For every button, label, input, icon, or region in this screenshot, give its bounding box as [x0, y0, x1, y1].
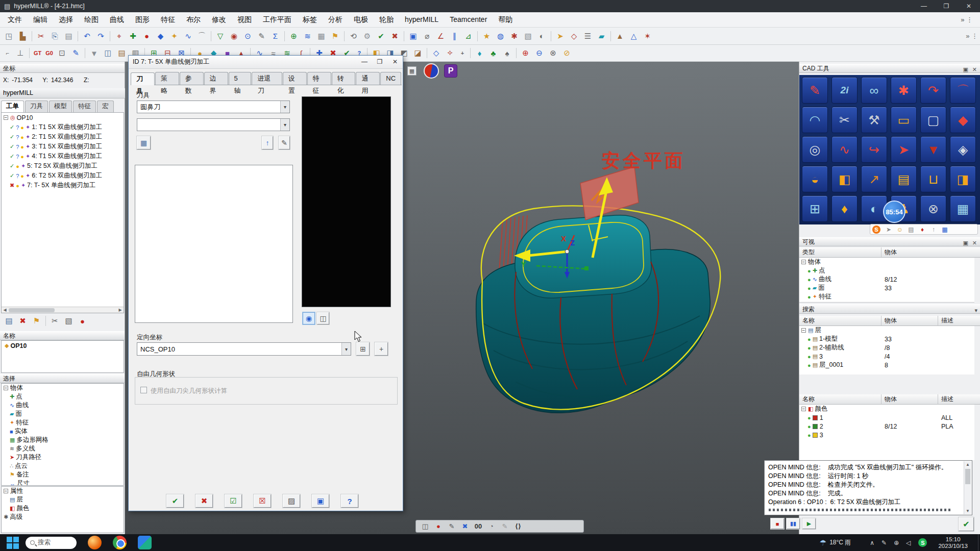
job-item[interactable]: ✓?●✦3: T1 5X 双曲线侧刃加工 [2, 142, 124, 152]
toolbar-icon[interactable]: ⚑ [329, 30, 341, 42]
dialog-titlebar[interactable]: ID 7: T- 5X 单曲线侧刃加工 — ❐ ✕ [129, 56, 403, 69]
tray-icon[interactable]: ⊕ [894, 539, 899, 546]
recorder-icon[interactable]: ➤ [884, 225, 893, 234]
tool-select-combo[interactable] [137, 118, 290, 131]
toolbar-icon[interactable]: ▼ [88, 47, 101, 60]
menu-item[interactable]: 帮助 [493, 12, 518, 27]
dialog-maximize-button[interactable]: ❐ [372, 56, 387, 67]
toolbar-icon[interactable]: ▦ [315, 30, 328, 42]
column-header[interactable]: 描述 [938, 394, 980, 405]
dialog-tab-刀具[interactable]: 刀具 [131, 72, 155, 85]
tab-模型[interactable]: 模型 [49, 101, 72, 112]
toolbar-icon[interactable]: ➤ [554, 30, 567, 42]
toolbar-icon[interactable]: ☰ [581, 30, 594, 42]
toolbar-icon[interactable]: ⊥ [14, 47, 27, 60]
toolbar-icon[interactable]: ▽ [214, 30, 227, 42]
p-badge-icon[interactable]: P [444, 64, 457, 78]
layers-root[interactable]: −▤层 [799, 326, 974, 335]
close-button[interactable]: ✕ [958, 0, 980, 12]
pause-button[interactable]: ▮▮ [787, 518, 800, 529]
tray-icon[interactable]: ✎ [881, 539, 887, 546]
recorder-icon[interactable]: ☺ [895, 225, 904, 234]
toolbar-icon[interactable]: ◍ [494, 30, 507, 42]
viewport-toolbar-icon[interactable]: ✎ [446, 521, 458, 532]
openmind-logo-icon[interactable] [424, 63, 439, 79]
viewport-toolbar-icon[interactable]: ⟨⟩ [512, 521, 524, 532]
orientation-new-button[interactable]: + [375, 342, 388, 356]
layer-item[interactable]: ●▤2-辅助线/8 [799, 343, 974, 352]
menu-item[interactable]: 布尔 [181, 12, 206, 27]
menu-item[interactable]: 分析 [323, 12, 348, 27]
dialog-tab-特征[interactable]: 特征 [307, 72, 331, 85]
menu-item[interactable]: 标签 [297, 12, 323, 27]
tool-database-button[interactable]: ▦ [137, 136, 151, 149]
clock[interactable]: 15:10 2023/10/13 [938, 536, 968, 549]
visible-item[interactable]: ●✦特征 [799, 292, 974, 301]
colors-root[interactable]: −◧颜色 [799, 405, 974, 413]
toolbar-icon[interactable]: ● [140, 30, 153, 42]
mini-toolbar-icon[interactable]: ▧ [62, 315, 75, 328]
dialog-minimize-button[interactable]: — [357, 56, 372, 67]
confirm-button[interactable]: ✔ [959, 517, 974, 531]
select-item[interactable]: ∿曲线 [2, 401, 124, 410]
toolbar-icon[interactable]: ◐ [535, 30, 548, 42]
panel-close-icon[interactable]: ✕ [972, 65, 977, 73]
scroll-thumb[interactable] [965, 469, 970, 484]
cad-tool-icon[interactable]: 2i [831, 77, 857, 104]
start-button[interactable] [5, 535, 20, 550]
select-item[interactable]: ✚点 [2, 392, 124, 401]
cad-tool-icon[interactable]: ⊗ [920, 195, 946, 222]
toolbar-icon[interactable]: ∥ [448, 30, 461, 42]
select-item[interactable]: ↔尺寸 [2, 479, 124, 486]
cad-tool-icon[interactable]: ◠ [802, 107, 828, 133]
menu-item[interactable]: 视图 [232, 12, 257, 27]
column-header[interactable]: 类型 [799, 247, 881, 258]
scroll-right-icon[interactable]: ▶ [117, 307, 124, 313]
scroll-left-icon[interactable]: ◀ [2, 307, 8, 313]
expander-icon[interactable]: − [801, 328, 806, 333]
cad-tool-icon[interactable]: ◈ [950, 136, 976, 163]
panel-close-icon[interactable]: ✕ [972, 239, 977, 247]
dialog-tab-参数[interactable]: 参数 [180, 72, 204, 85]
scroll-thumb[interactable] [9, 308, 55, 312]
recorder-icon[interactable]: ▤ [906, 225, 916, 234]
viewport-toolbar-icon[interactable]: ◫ [419, 521, 431, 532]
menu-item[interactable]: 电极 [348, 12, 374, 27]
cad-tool-icon[interactable]: ▼ [920, 136, 946, 163]
job-item[interactable]: ✖●✦7: T- 5X 单曲线侧刃加工 [2, 181, 124, 190]
toolbar-icon[interactable]: ⌒ [195, 30, 208, 42]
mini-toolbar-icon[interactable]: ✂ [48, 315, 61, 328]
cad-tool-icon[interactable]: ⊔ [920, 166, 946, 192]
toolbar-icon[interactable]: ⊡ [56, 47, 68, 60]
recording-timer-badge[interactable]: 85:54 [883, 201, 905, 223]
chevron-down-icon[interactable]: ▾ [974, 306, 977, 315]
message-log[interactable]: OPEN MIND 信息: 成功完成 "5X 双曲线侧刃加工" 循环操作。OPE… [764, 460, 972, 515]
toolbar-icon[interactable]: ✔ [375, 30, 387, 42]
search-section-header[interactable]: 搜索 ▾ [799, 304, 980, 314]
cad-tool-icon[interactable]: ◎ [802, 136, 828, 163]
recorder-s-icon[interactable]: S [872, 226, 880, 234]
toolbar-icon[interactable]: + [457, 47, 468, 60]
toolbar-icon[interactable]: ⌐ [3, 47, 13, 60]
select-item[interactable]: ✦特征 [2, 418, 124, 427]
viewport-toolbar-icon[interactable]: ◔ [485, 521, 498, 532]
toolbar-icon[interactable]: ◆ [154, 30, 167, 42]
tray-icon[interactable]: ◁ [906, 539, 911, 546]
cad-tool-icon[interactable]: ⚒ [861, 107, 887, 133]
toolbar-icon[interactable]: ◪ [411, 47, 424, 60]
select-item[interactable]: ▰面 [2, 410, 124, 418]
cad-tool-icon[interactable]: ⌒ [950, 77, 976, 104]
toolbar-icon[interactable]: ✦ [168, 30, 181, 42]
preview-toggle-icon[interactable]: ◫ [317, 312, 329, 324]
props-item[interactable]: ◧颜色 [2, 504, 124, 513]
toolbar-icon[interactable]: G0 [44, 47, 55, 60]
taskbar-app-tile-icon[interactable] [138, 536, 152, 549]
cad-tool-icon[interactable]: ♦ [831, 195, 857, 222]
maximize-button[interactable]: ❐ [935, 0, 958, 12]
edit-button[interactable]: ▨ [283, 494, 300, 508]
scroll-down-icon[interactable]: ▼ [964, 508, 971, 514]
select-item[interactable]: ▦多边形网格 [2, 436, 124, 444]
tray-s-icon[interactable]: S [918, 538, 927, 547]
job-tree-hscrollbar[interactable]: ◀ ▶ [2, 307, 124, 313]
cad-tool-icon[interactable]: ✎ [802, 77, 828, 104]
